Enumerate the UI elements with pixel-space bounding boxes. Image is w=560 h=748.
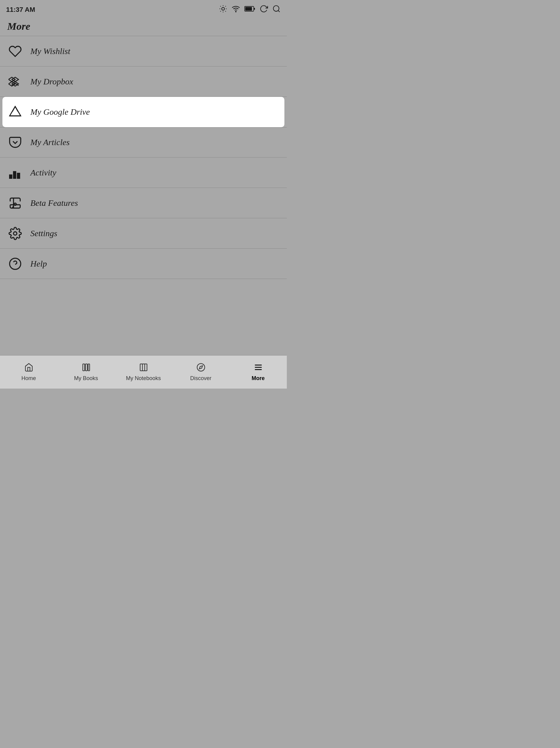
pocket-icon [7,135,23,150]
menu-item-beta-features[interactable]: Beta Features [0,188,287,218]
svg-rect-16 [14,171,16,178]
menu-item-wishlist[interactable]: My Wishlist [0,36,287,67]
articles-label: My Articles [30,138,70,147]
svg-line-4 [225,11,226,11]
beta-features-label: Beta Features [30,198,78,208]
svg-rect-22 [83,364,85,371]
svg-rect-23 [85,364,87,371]
nav-item-more[interactable]: More [230,360,287,384]
settings-label: Settings [30,229,57,238]
home-icon [24,363,33,374]
help-label: Help [30,259,47,268]
heart-icon [7,43,23,59]
svg-line-14 [278,10,280,12]
menu-item-dropbox[interactable]: My Dropbox [0,67,287,97]
svg-point-28 [197,364,205,371]
status-time: 11:37 AM [6,6,35,14]
svg-rect-17 [17,173,19,178]
discover-nav-label: Discover [190,375,211,381]
svg-point-20 [10,258,21,269]
wifi-icon [232,4,240,15]
menu-item-google-drive[interactable]: My Google Drive [2,97,284,127]
svg-point-9 [236,11,236,12]
beta-icon [7,195,23,211]
svg-point-13 [274,6,279,11]
battery-icon [244,5,255,14]
search-icon[interactable] [272,4,281,15]
menu-item-help[interactable]: Help [0,249,287,279]
menu-item-articles[interactable]: My Articles [0,127,287,158]
svg-marker-29 [199,366,203,369]
google-drive-icon [7,104,23,120]
google-drive-label: My Google Drive [30,107,90,117]
menu-list: My Wishlist My Dropbox My Google Drive [0,36,287,279]
svg-point-18 [14,203,16,205]
svg-rect-15 [10,175,12,178]
books-nav-label: My Books [74,375,98,381]
brightness-icon [219,4,227,15]
bottom-nav: Home My Books My Notebooks [0,355,287,389]
svg-rect-12 [254,8,255,10]
more-nav-label: More [252,375,265,381]
activity-icon [7,165,23,181]
help-icon [7,256,23,272]
nav-item-my-notebooks[interactable]: My Notebooks [115,360,172,384]
menu-item-settings[interactable]: Settings [0,218,287,249]
svg-point-0 [221,7,224,10]
notebooks-nav-label: My Notebooks [126,375,161,381]
page-title: More [0,18,287,36]
discover-icon [196,363,206,374]
sync-icon [259,4,268,15]
svg-point-19 [14,232,17,235]
notebooks-icon [139,363,148,374]
nav-item-home[interactable]: Home [0,360,57,384]
svg-line-3 [220,6,221,7]
status-icons [219,4,281,15]
home-nav-label: Home [21,375,36,381]
svg-line-7 [220,11,221,11]
wishlist-label: My Wishlist [30,46,70,56]
status-bar: 11:37 AM [0,0,287,18]
svg-rect-24 [88,364,90,371]
more-icon [254,363,263,374]
dropbox-label: My Dropbox [30,77,73,87]
settings-icon [7,226,23,241]
svg-rect-25 [140,364,147,371]
svg-line-8 [225,6,226,7]
activity-label: Activity [30,168,56,178]
nav-item-discover[interactable]: Discover [172,360,230,384]
svg-rect-11 [245,7,252,10]
menu-item-activity[interactable]: Activity [0,158,287,188]
books-icon [81,363,91,374]
dropbox-icon [7,74,23,90]
nav-item-my-books[interactable]: My Books [57,360,115,384]
